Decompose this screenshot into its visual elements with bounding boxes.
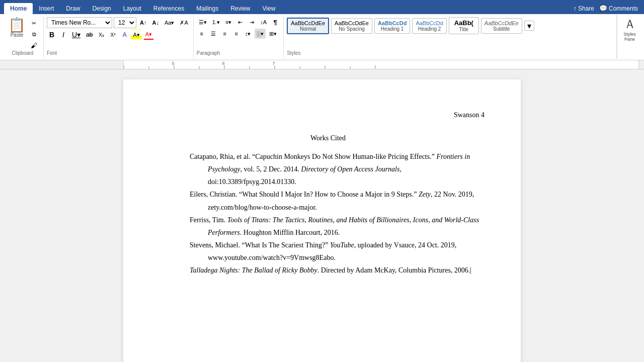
ribbon-toolbar: 📋 Paste ✂ ⧉ 🖌 Clipboard Times New Ro... … bbox=[0, 14, 644, 60]
document-area: Swanson 4 Works Cited Catapano, Rhia, et… bbox=[0, 69, 644, 362]
align-row: ≡ ☰ ≡ ≡ ↕▾ ░▾ ⊞▾ bbox=[197, 29, 280, 39]
share-icon: ↑ bbox=[573, 5, 577, 12]
styles-pane-label: Styles Pane bbox=[623, 32, 636, 42]
align-left-button[interactable]: ≡ bbox=[197, 29, 207, 39]
svg-text:7: 7 bbox=[272, 61, 275, 66]
shading-button[interactable]: ░▾ bbox=[255, 29, 266, 39]
bullets-button[interactable]: ☰▾ bbox=[197, 17, 209, 27]
sort-button[interactable]: ↕A bbox=[258, 17, 269, 27]
style-heading2-button[interactable]: AaBbCcDd Heading 2 bbox=[412, 18, 446, 34]
citation-4: Stevens, Michael. “What Is The Scariest … bbox=[190, 239, 485, 264]
bold-button[interactable]: B bbox=[47, 30, 57, 40]
works-cited-title: Works Cited bbox=[172, 133, 485, 144]
show-formatting-button[interactable]: ¶ bbox=[270, 17, 280, 27]
subscript-button[interactable]: X₂ bbox=[96, 30, 106, 40]
increase-font-button[interactable]: A↑ bbox=[138, 18, 148, 28]
cut-button[interactable]: ✂ bbox=[29, 18, 39, 28]
align-right-button[interactable]: ≡ bbox=[220, 29, 230, 39]
increase-indent-button[interactable]: ⇥ bbox=[247, 17, 257, 27]
tab-design[interactable]: Design bbox=[86, 3, 117, 14]
tab-insert[interactable]: Insert bbox=[33, 3, 60, 14]
list-row: ☰▾ 1.▾ ≡▾ ⇤ ⇥ ↕A ¶ bbox=[197, 17, 280, 27]
font-color-button[interactable]: A▾ bbox=[143, 30, 154, 40]
style-subtitle-button[interactable]: AaBbCcDdEe Subtitle bbox=[481, 18, 522, 34]
paragraph-section: ☰▾ 1.▾ ≡▾ ⇤ ⇥ ↕A ¶ ≡ ☰ ≡ ≡ ↕▾ ░▾ ⊞▾ Para… bbox=[194, 15, 284, 59]
paste-section: 📋 Paste ✂ ⧉ 🖌 Clipboard bbox=[2, 15, 44, 59]
font-family-select[interactable]: Times New Ro... bbox=[47, 17, 112, 28]
style-normal-button[interactable]: AaBbCcDdEe Normal bbox=[287, 18, 329, 34]
decrease-indent-button[interactable]: ⇤ bbox=[235, 17, 245, 27]
copy-button[interactable]: ⧉ bbox=[29, 29, 39, 39]
superscript-button[interactable]: X² bbox=[108, 30, 118, 40]
share-button[interactable]: ↑ Share bbox=[573, 5, 594, 12]
svg-text:6: 6 bbox=[222, 61, 224, 66]
paragraph-label: Paragraph bbox=[197, 50, 280, 57]
format-painter-button[interactable]: 🖌 bbox=[29, 40, 39, 50]
paste-button[interactable]: 📋 Paste bbox=[6, 17, 28, 39]
ribbon-tabs: Home Insert Draw Design Layout Reference… bbox=[0, 0, 281, 14]
document-page: Swanson 4 Works Cited Catapano, Rhia, et… bbox=[123, 79, 521, 362]
highlight-color-button[interactable]: A▾ bbox=[131, 30, 141, 40]
citation-1: Catapano, Rhia, et al. “Capuchin Monkeys… bbox=[190, 150, 485, 189]
font-row2: B I U▾ ab X₂ X² A A▾ A▾ bbox=[47, 30, 190, 40]
cursor: | bbox=[470, 266, 471, 274]
style-nospacing-button[interactable]: AaBbCcDdEe No Spacing bbox=[331, 18, 372, 34]
svg-text:5: 5 bbox=[172, 61, 174, 66]
change-case-button[interactable]: Aa▾ bbox=[163, 18, 176, 28]
ribbon-tabs-bar: Home Insert Draw Design Layout Reference… bbox=[0, 0, 644, 14]
ruler: 5 6 7 bbox=[0, 60, 644, 69]
font-row1: Times New Ro... 12 10 11 14 16 A↑ A↓ Aa▾… bbox=[47, 17, 190, 28]
styles-pane-icon: Ａ bbox=[624, 17, 636, 32]
font-section: Times New Ro... 12 10 11 14 16 A↑ A↓ Aa▾… bbox=[44, 15, 194, 59]
decrease-font-button[interactable]: A↓ bbox=[150, 18, 160, 28]
borders-button[interactable]: ⊞▾ bbox=[267, 29, 279, 39]
page-header: Swanson 4 bbox=[172, 110, 485, 121]
citation-5: Talladega Nights: The Ballad of Ricky Bo… bbox=[190, 264, 485, 277]
styles-section: AaBbCcDdEe Normal AaBbCcDdEe No Spacing … bbox=[284, 15, 617, 59]
style-title-button[interactable]: AaBb( Title bbox=[449, 17, 479, 34]
tab-references[interactable]: References bbox=[147, 3, 190, 14]
text-effects-button[interactable]: A bbox=[119, 30, 129, 40]
clear-format-button[interactable]: ✗A bbox=[178, 18, 190, 28]
ruler-inner: 5 6 7 bbox=[123, 60, 639, 69]
justify-button[interactable]: ≡ bbox=[231, 29, 242, 39]
tab-review[interactable]: Review bbox=[224, 3, 256, 14]
citation-2: Eilers, Christian. “What Should I Major … bbox=[190, 188, 485, 213]
comments-button[interactable]: 💬 Comments bbox=[599, 5, 638, 12]
tab-home[interactable]: Home bbox=[4, 3, 33, 14]
tab-mailings[interactable]: Mailings bbox=[190, 3, 224, 14]
tab-layout[interactable]: Layout bbox=[117, 3, 147, 14]
underline-button[interactable]: U▾ bbox=[70, 30, 83, 40]
font-section-label: Font bbox=[47, 50, 190, 57]
paste-icon: 📋 bbox=[8, 18, 26, 32]
strikethrough-button[interactable]: ab bbox=[84, 30, 95, 40]
italic-button[interactable]: I bbox=[58, 30, 68, 40]
paste-label: Paste bbox=[11, 32, 24, 38]
tab-view[interactable]: View bbox=[257, 3, 282, 14]
align-center-button[interactable]: ☰ bbox=[208, 29, 218, 39]
styles-pane-button[interactable]: Ａ Styles Pane bbox=[617, 15, 642, 59]
line-spacing-button[interactable]: ↕▾ bbox=[243, 29, 253, 39]
subtitle-label: Subtitle bbox=[485, 26, 519, 32]
citation-3: Ferriss, Tim. Tools of Titans: The Tacti… bbox=[190, 214, 485, 239]
font-size-select[interactable]: 12 10 11 14 16 bbox=[114, 17, 136, 28]
more-styles-button[interactable]: ▾ bbox=[524, 21, 534, 31]
clipboard-label: Clipboard bbox=[12, 50, 34, 57]
comments-icon: 💬 bbox=[599, 5, 607, 12]
numbering-button[interactable]: 1.▾ bbox=[210, 17, 222, 27]
tab-draw[interactable]: Draw bbox=[60, 3, 86, 14]
style-heading1-button[interactable]: AaBbCcDd Heading 1 bbox=[374, 18, 410, 34]
styles-section-label: Styles bbox=[287, 50, 613, 57]
styles-gallery: AaBbCcDdEe Normal AaBbCcDdEe No Spacing … bbox=[287, 17, 613, 34]
multilevel-list-button[interactable]: ≡▾ bbox=[223, 17, 233, 27]
